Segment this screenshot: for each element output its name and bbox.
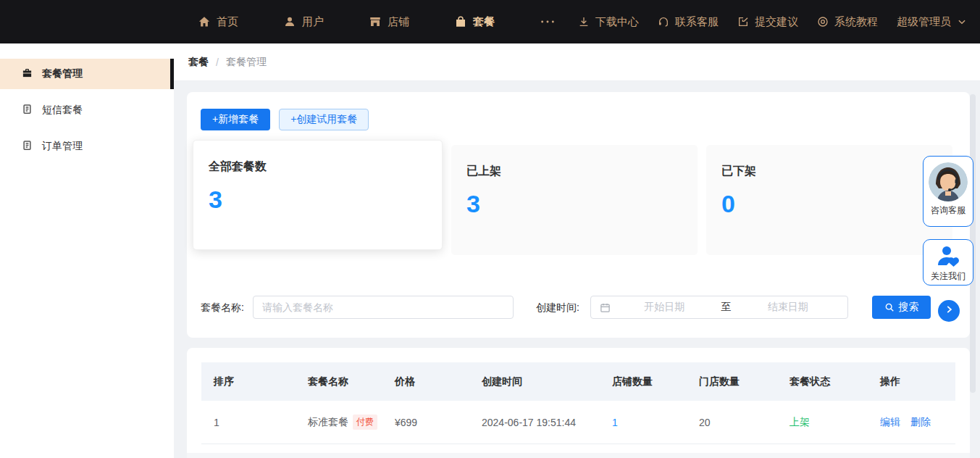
column-header-stores: 门店数量 <box>699 375 790 388</box>
table-panel: 排序 套餐名称 价格 创建时间 店铺数量 门店数量 套餐状态 操作 1 标准套餐… <box>187 348 970 458</box>
sidebar-item-package-management[interactable]: 套餐管理 <box>0 59 174 89</box>
stat-card-on-shelf[interactable]: 已上架 3 <box>451 145 698 255</box>
table-bottom-strip <box>187 453 970 458</box>
document-icon <box>22 140 33 153</box>
nav-right-group: 下载中心 联系客服 提交建议 系统教程 超级管理员 <box>578 0 967 43</box>
nav-item-download-center[interactable]: 下载中心 <box>578 15 639 29</box>
nav-item-label: 用户 <box>302 15 324 29</box>
column-header-price: 价格 <box>395 375 482 388</box>
chevron-down-icon <box>957 17 967 27</box>
nav-item-label: 系统教程 <box>834 15 878 29</box>
table-row: 1 标准套餐 付费 ¥699 2024-06-17 19:51:44 1 20 … <box>201 401 955 444</box>
status-badge: 上架 <box>790 416 880 429</box>
column-header-sort: 排序 <box>214 375 308 388</box>
sidebar-item-label: 订单管理 <box>42 140 83 153</box>
nav-item-label: 提交建议 <box>755 15 798 29</box>
end-date-placeholder[interactable]: 结束日期 <box>737 301 839 314</box>
more-dots-icon <box>540 15 556 28</box>
search-button[interactable]: 搜索 <box>872 296 931 319</box>
stat-card-total[interactable]: 全部套餐数 3 <box>193 140 443 250</box>
date-range-picker[interactable]: 开始日期 至 结束日期 <box>590 296 848 319</box>
nav-item-package[interactable]: 套餐 <box>454 15 495 29</box>
column-header-actions: 操作 <box>880 375 955 388</box>
search-icon <box>884 302 895 312</box>
nav-item-contact-support[interactable]: 联系客服 <box>658 15 719 29</box>
edit-square-icon <box>737 16 749 28</box>
account-menu[interactable]: 超级管理员 <box>897 15 967 29</box>
nav-item-label: 下载中心 <box>595 15 639 29</box>
customer-service-avatar <box>929 162 968 201</box>
sidebar-item-sms-package[interactable]: 短信套餐 <box>0 95 174 125</box>
delete-link[interactable]: 删除 <box>910 416 931 429</box>
range-separator: 至 <box>716 301 737 314</box>
nav-item-user[interactable]: 用户 <box>283 15 324 29</box>
headset-icon <box>658 16 669 28</box>
tutorial-icon <box>817 16 829 28</box>
nav-item-submit-suggestion[interactable]: 提交建议 <box>737 15 798 29</box>
search-button-label: 搜索 <box>899 301 919 314</box>
column-header-status: 套餐状态 <box>790 375 880 388</box>
cell-store-count: 20 <box>699 417 790 428</box>
create-time-label: 创建时间: <box>536 296 579 319</box>
stat-label: 已下架 <box>721 164 756 179</box>
cell-package-name: 标准套餐 付费 <box>308 415 395 430</box>
customer-service-label: 咨询客服 <box>924 204 973 217</box>
top-navbar: 首页 用户 店铺 套餐 下载中心 联系客服 提交建议 <box>0 0 980 43</box>
document-icon <box>22 104 33 117</box>
breadcrumb-separator: / <box>216 57 219 68</box>
cell-created-time: 2024-06-17 19:51:44 <box>482 417 612 428</box>
user-icon <box>283 15 296 28</box>
sidebar-item-label: 短信套餐 <box>42 104 83 117</box>
edit-link[interactable]: 编辑 <box>880 416 900 429</box>
filter-row: 套餐名称: 创建时间: 开始日期 至 结束日期 搜索 <box>187 296 970 319</box>
column-header-shops: 店铺数量 <box>612 375 699 388</box>
person-heart-icon <box>924 245 973 268</box>
toolbar: +新增套餐 +创建试用套餐 <box>201 109 369 130</box>
sidebar-item-order-management[interactable]: 订单管理 <box>0 131 174 162</box>
package-name: 标准套餐 <box>308 416 348 429</box>
nav-item-home[interactable]: 首页 <box>198 15 238 29</box>
cell-actions: 编辑 删除 <box>880 416 955 429</box>
calendar-icon <box>600 302 611 313</box>
sidebar: 套餐管理 短信套餐 订单管理 <box>0 43 174 458</box>
nav-item-shop[interactable]: 店铺 <box>369 15 409 29</box>
stat-value: 0 <box>721 190 735 218</box>
cell-price: ¥699 <box>395 417 482 428</box>
nav-left-group: 首页 用户 店铺 套餐 <box>198 0 556 43</box>
overview-panel: +新增套餐 +创建试用套餐 全部套餐数 3 已上架 3 已下架 0 套餐名称: … <box>187 92 970 338</box>
package-name-label: 套餐名称: <box>201 296 244 319</box>
shop-icon <box>369 15 382 28</box>
chevron-right-icon <box>944 304 954 317</box>
nav-item-label: 套餐 <box>473 15 495 29</box>
follow-us-widget[interactable]: 关注我们 <box>923 239 973 286</box>
nav-item-more[interactable] <box>540 15 556 28</box>
start-date-placeholder[interactable]: 开始日期 <box>613 301 716 314</box>
paid-badge: 付费 <box>353 415 377 430</box>
stat-value: 3 <box>209 186 222 214</box>
customer-service-widget[interactable]: 咨询客服 <box>923 156 973 227</box>
briefcase-icon <box>22 67 33 80</box>
stat-card-off-shelf[interactable]: 已下架 0 <box>706 145 952 255</box>
sidebar-item-label: 套餐管理 <box>42 67 83 80</box>
main-content: +新增套餐 +创建试用套餐 全部套餐数 3 已上架 3 已下架 0 套餐名称: … <box>174 81 980 458</box>
nav-item-system-tutorial[interactable]: 系统教程 <box>817 15 878 29</box>
package-name-input[interactable] <box>253 296 514 319</box>
nav-item-label: 首页 <box>217 15 238 29</box>
cell-sort: 1 <box>214 417 308 428</box>
expand-float-button[interactable] <box>938 300 960 322</box>
breadcrumb-current: 套餐管理 <box>226 56 267 69</box>
column-header-created: 创建时间 <box>482 375 612 388</box>
nav-item-label: 联系客服 <box>675 15 719 29</box>
follow-us-label: 关注我们 <box>924 270 973 283</box>
stat-label: 已上架 <box>466 164 501 179</box>
breadcrumb: 套餐 / 套餐管理 <box>174 43 980 81</box>
create-trial-package-button[interactable]: +创建试用套餐 <box>279 109 369 130</box>
account-label: 超级管理员 <box>897 15 951 29</box>
stat-value: 3 <box>466 190 480 218</box>
breadcrumb-root[interactable]: 套餐 <box>188 56 209 69</box>
table-header: 排序 套餐名称 价格 创建时间 店铺数量 门店数量 套餐状态 操作 <box>201 362 955 401</box>
stat-label: 全部套餐数 <box>209 159 267 175</box>
add-package-button[interactable]: +新增套餐 <box>201 109 270 130</box>
bag-icon <box>454 15 467 28</box>
shop-count-link[interactable]: 1 <box>612 417 699 428</box>
